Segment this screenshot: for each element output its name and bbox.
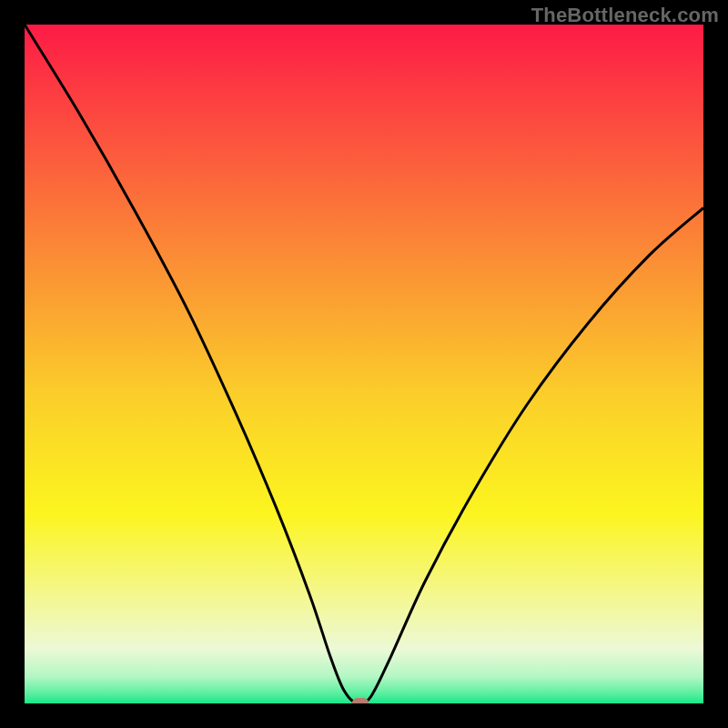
curve-layer: [25, 25, 703, 703]
bottleneck-curve: [25, 25, 703, 703]
optimal-point-marker: [352, 698, 369, 703]
chart-frame: TheBottleneck.com: [0, 0, 728, 728]
watermark-text: TheBottleneck.com: [531, 4, 719, 27]
plot-area: [25, 25, 703, 703]
